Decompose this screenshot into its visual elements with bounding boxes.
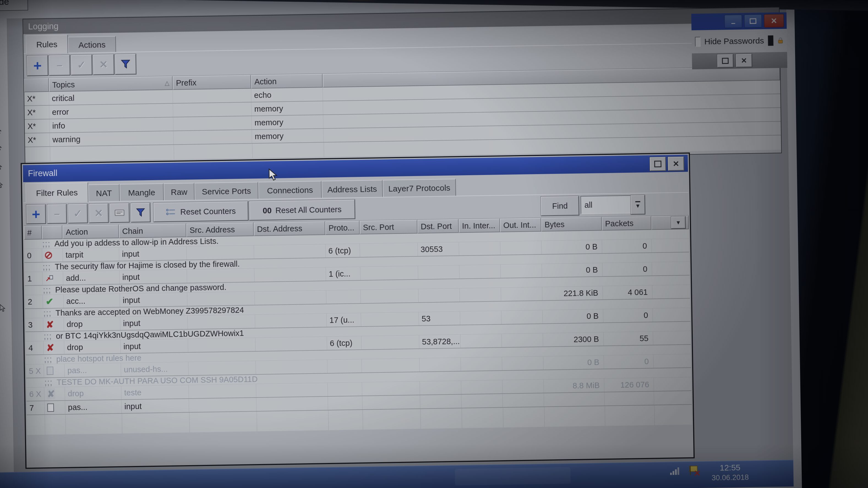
network-flag-icon[interactable]: ✕ xyxy=(689,465,702,478)
remove-rule-button[interactable]: – xyxy=(47,204,67,224)
tab-actions[interactable]: Actions xyxy=(68,36,116,53)
column-header-action[interactable]: Action xyxy=(251,74,323,89)
column-header-label: Packets xyxy=(605,219,633,228)
column-header-bytes[interactable]: Bytes xyxy=(541,217,602,231)
chain-filter-dropdown-button[interactable]: ▼ xyxy=(630,195,645,215)
tab-rules[interactable]: Rules xyxy=(26,35,68,54)
column-header-flags[interactable] xyxy=(24,78,49,92)
cell-topics: info xyxy=(50,118,174,133)
tab-layer7-protocols[interactable]: Layer7 Protocols xyxy=(382,179,456,197)
firewall-maximize-button[interactable] xyxy=(650,157,666,171)
check-icon: ✓ xyxy=(73,208,82,219)
firewall-columns-dropdown-button[interactable]: ▼ xyxy=(671,217,686,229)
minus-icon: – xyxy=(54,208,60,219)
column-header-action[interactable]: Action xyxy=(62,225,119,239)
cell-bytes: 221.8 KiB xyxy=(542,286,603,300)
tarpit-icon xyxy=(45,252,52,259)
enable-rule-button[interactable]: ✓ xyxy=(71,55,92,75)
logging-table: Topics△PrefixAction X*criticalechoX*erro… xyxy=(24,66,781,161)
add-rule-button[interactable]: + xyxy=(27,55,48,76)
close-button[interactable]: ✕ xyxy=(764,14,784,28)
enable-rule-button[interactable]: ✓ xyxy=(68,204,88,223)
cursor-mark-icon xyxy=(0,126,3,136)
reset-all-counters-button[interactable]: 00 Reset All Counters xyxy=(249,199,355,220)
cell-num: 1 xyxy=(25,272,43,285)
firewall-find-button[interactable]: Find xyxy=(541,196,579,216)
comment-prefix: ;;; xyxy=(43,308,52,318)
cell-icon: ✔ xyxy=(43,295,64,308)
column-header-src-address[interactable]: Src. Address xyxy=(186,222,254,237)
cell-icon: ✘ xyxy=(43,341,64,354)
cell-icon xyxy=(42,271,63,285)
cursor-mark-icon xyxy=(0,180,5,190)
column-header-flags[interactable] xyxy=(42,225,63,239)
tab-raw[interactable]: Raw xyxy=(163,183,194,201)
cell-src_port xyxy=(361,289,418,303)
cell-action: memory xyxy=(252,101,323,116)
safe-mode-tab[interactable]: ode xyxy=(0,0,28,11)
column-line xyxy=(174,145,174,159)
column-header-out-int-[interactable]: Out. Int... xyxy=(500,218,541,232)
column-line xyxy=(122,414,122,433)
tab-address-lists[interactable]: Address Lists xyxy=(321,180,383,198)
os-window-controls: – ✕ xyxy=(691,12,787,30)
logging-maximize-button[interactable] xyxy=(717,54,734,68)
firewall-close-button[interactable]: ✕ xyxy=(668,157,684,171)
tab-connections[interactable]: Connections xyxy=(258,181,322,199)
disable-rule-button[interactable]: ✕ xyxy=(89,203,108,223)
column-header-label: # xyxy=(27,228,32,237)
cell-src_address xyxy=(188,361,256,375)
column-header-in-inter-[interactable]: In. Inter... xyxy=(459,219,500,233)
cell-dst_port: 53 xyxy=(419,312,460,325)
column-header-topics[interactable]: Topics△ xyxy=(49,76,173,92)
chain-filter-dropdown[interactable]: all xyxy=(581,195,631,214)
tab-filter-rules[interactable]: Filter Rules xyxy=(25,183,88,203)
column-header-dst-port[interactable]: Dst. Port xyxy=(417,219,459,233)
add-rule-button[interactable]: + xyxy=(26,204,46,224)
disable-rule-button[interactable]: ✕ xyxy=(93,54,114,75)
remove-rule-button[interactable]: – xyxy=(49,55,70,76)
cell-chain: input xyxy=(122,399,189,413)
column-header-proto-[interactable]: Proto... xyxy=(325,221,360,235)
firewall-window: Firewall ✕ Filter RulesNATMangleRawServi… xyxy=(21,153,694,469)
reset-counters-button[interactable]: Reset Counters xyxy=(153,201,248,222)
filter-button[interactable] xyxy=(115,54,136,74)
cell-action: drop xyxy=(65,386,122,400)
cell-chain: input xyxy=(121,339,188,353)
restore-button[interactable] xyxy=(744,14,762,28)
restore-icon xyxy=(750,18,756,24)
column-header-packets[interactable]: Packets xyxy=(601,216,651,231)
cell-out_if xyxy=(501,287,542,301)
cell-dst_port xyxy=(420,358,461,371)
comment-prefix: ;;; xyxy=(44,332,52,341)
column-header-label: Prefix xyxy=(176,78,196,88)
column-header--[interactable]: # xyxy=(24,226,42,239)
column-header-src-port[interactable]: Src. Port xyxy=(360,220,417,234)
cell-flag: X* xyxy=(24,92,49,105)
tab-service-ports[interactable]: Service Ports xyxy=(194,182,258,200)
cell-chain: input xyxy=(120,293,188,307)
cell-flag: X* xyxy=(25,106,50,119)
tab-mangle[interactable]: Mangle xyxy=(119,183,164,202)
cell-proto: 6 (tcp) xyxy=(327,336,362,350)
taskbar-button[interactable] xyxy=(455,467,571,486)
funnel-icon xyxy=(136,207,146,218)
cell-topics: error xyxy=(49,104,174,119)
column-header-prefix[interactable]: Prefix xyxy=(173,75,251,90)
hide-passwords-checkbox[interactable] xyxy=(695,37,701,47)
cell-filler xyxy=(653,354,691,368)
cell-action: pas... xyxy=(65,400,122,414)
column-header-chain[interactable]: Chain xyxy=(119,223,187,238)
minimize-button[interactable]: – xyxy=(724,14,742,28)
filter-button[interactable] xyxy=(131,203,150,222)
signal-bars-icon[interactable] xyxy=(670,466,681,476)
taskbar-clock[interactable]: 12:55 xyxy=(702,463,757,473)
comment-button[interactable] xyxy=(110,203,129,223)
firewall-table: #ActionChainSrc. AddressDst. AddressProt… xyxy=(24,215,692,435)
tab-nat[interactable]: NAT xyxy=(88,184,120,202)
cell-packets: 126 076 xyxy=(604,378,654,392)
cell-bytes: 0 B xyxy=(543,355,604,369)
hide-passwords-label: Hide Passwords xyxy=(704,36,764,46)
column-header-dst-address[interactable]: Dst. Address xyxy=(253,221,325,236)
logging-close-button[interactable]: ✕ xyxy=(736,54,752,67)
